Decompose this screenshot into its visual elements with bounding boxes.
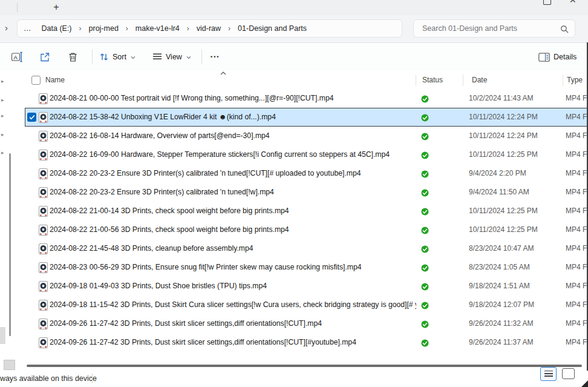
breadcrumb-item-drive[interactable]: Data (E:) xyxy=(42,24,72,33)
mp4-file-icon xyxy=(39,187,48,200)
nav-forward-chevron-icon[interactable]: › xyxy=(5,22,8,33)
breadcrumb-overflow-button[interactable]: … xyxy=(24,24,32,33)
sort-button[interactable]: Sort xyxy=(99,43,136,71)
share-button[interactable] xyxy=(39,43,51,71)
file-row[interactable]: 2024-08-23 00-56-29 3D Prints, Ensure sn… xyxy=(25,258,588,277)
new-tab-button[interactable]: + xyxy=(51,1,62,14)
tree-expand-icon[interactable]: ▸ xyxy=(1,113,4,119)
column-header-status[interactable]: Status xyxy=(422,76,443,84)
search-input[interactable] xyxy=(414,20,575,37)
column-separator[interactable] xyxy=(463,74,463,86)
more-options-button[interactable]: ••• xyxy=(211,43,220,71)
breadcrumb-item-make-v1e-lr4[interactable]: make-v1e-lr4 xyxy=(136,24,180,33)
breadcrumb-item-current-folder[interactable]: 01-Design and Parts xyxy=(238,24,307,33)
file-name: 2024-08-21 00-00-00 Test portrait vid [!… xyxy=(50,89,334,108)
file-type: MP4 File xyxy=(566,296,588,314)
file-date: 9/18/2024 1:51 AM xyxy=(469,277,530,296)
tree-expand-icon[interactable]: ▸ xyxy=(1,78,4,84)
file-name: 2024-08-22 15-38-42 Unboxing V1E LowRide… xyxy=(50,108,276,127)
file-type: MP4 File xyxy=(566,314,588,333)
sort-ascending-icon xyxy=(220,71,226,75)
horizontal-scrollbar[interactable] xyxy=(27,365,582,367)
chevron-down-icon xyxy=(131,56,136,59)
window-resize-corner[interactable] xyxy=(581,380,588,387)
file-row[interactable]: 2024-08-21 00-00-00 Test portrait vid [!… xyxy=(25,89,588,108)
row-checkbox[interactable] xyxy=(27,113,36,122)
file-row[interactable]: 2024-08-22 20-23-2 Ensure 3D Printer(s) … xyxy=(25,164,588,183)
delete-button[interactable] xyxy=(68,43,78,71)
maximize-button[interactable] xyxy=(543,0,551,5)
rename-icon: A xyxy=(11,51,24,63)
file-row[interactable]: 2024-09-18 01-49-03 3D Prints, Dust Shoe… xyxy=(25,277,588,296)
status-synced-icon xyxy=(421,207,429,218)
toolbar-separator xyxy=(92,50,93,64)
trash-icon xyxy=(68,51,78,62)
file-name: 2024-09-18 01-49-03 3D Prints, Dust Shoe… xyxy=(50,277,267,296)
file-type: MP4 File xyxy=(566,127,588,145)
status-synced-icon xyxy=(421,188,429,199)
file-date: 8/23/2024 1:05 AM xyxy=(469,258,530,277)
column-header-type[interactable]: Type xyxy=(567,76,583,84)
file-date: 10/11/2024 12:25 PM xyxy=(469,145,538,164)
file-row[interactable]: 2024-08-22 21-45-48 3D Prints, cleanup b… xyxy=(25,239,588,258)
status-synced-icon xyxy=(421,263,429,274)
status-synced-icon xyxy=(421,339,429,349)
column-header-name[interactable]: Name xyxy=(45,76,65,84)
tree-expand-icon[interactable]: ▸ xyxy=(1,150,4,156)
file-type: MP4 File xyxy=(566,202,588,220)
tree-expand-icon[interactable]: ▸ xyxy=(1,97,4,103)
breadcrumb-item-vid-raw[interactable]: vid-raw xyxy=(197,24,221,33)
file-date: 9/26/2024 11:32 AM xyxy=(469,314,534,333)
file-row[interactable]: 2024-08-22 20-23-2 Ensure 3D Printer(s) … xyxy=(25,183,588,202)
file-type: MP4 File xyxy=(566,239,588,258)
mp4-file-icon xyxy=(39,262,48,276)
file-date: 9/18/2024 12:07 PM xyxy=(469,296,534,314)
sort-arrows-icon xyxy=(99,52,109,62)
file-list: 2024-08-21 00-00-00 Test portrait vid [!… xyxy=(0,89,588,352)
file-date: 9/4/2024 2:20 PM xyxy=(469,164,526,183)
file-type: MP4 File xyxy=(566,258,588,277)
details-view-toggle[interactable] xyxy=(540,367,557,381)
file-row[interactable]: 2024-09-18 11-15-42 3D Prints, Dust Skir… xyxy=(25,296,588,314)
column-separator[interactable] xyxy=(563,74,563,86)
file-type: MP4 File xyxy=(566,164,588,183)
status-synced-icon xyxy=(421,301,429,312)
file-name: 2024-08-22 16-09-00 Hardware, Stepper Te… xyxy=(50,145,390,164)
search-icon[interactable] xyxy=(560,25,569,36)
file-row[interactable]: 2024-09-26 11-27-42 3D Prints, Dust skir… xyxy=(25,314,588,333)
file-date: 10/2/2024 11:43 AM xyxy=(469,89,534,108)
file-row[interactable]: 2024-08-22 16-09-00 Hardware, Stepper Te… xyxy=(25,145,588,164)
status-synced-icon xyxy=(421,226,429,237)
details-pane-button[interactable]: Details xyxy=(538,43,577,71)
file-row[interactable]: 2024-08-22 16-08-14 Hardware, Overview o… xyxy=(25,127,588,145)
file-row[interactable]: 2024-08-22 21-00-56 3D Prints, check spo… xyxy=(25,220,588,239)
view-label: View xyxy=(166,53,182,61)
tree-expand-icon[interactable]: ▸ xyxy=(1,131,4,137)
mp4-file-icon xyxy=(39,243,48,257)
nav-scrollbar[interactable] xyxy=(9,153,11,336)
nav-scrollbar-thumb[interactable] xyxy=(0,327,5,344)
status-synced-icon xyxy=(421,245,429,256)
file-row[interactable]: 2024-09-26 11-27-42 3D Prints, Dust skir… xyxy=(25,333,588,352)
file-row[interactable]: 2024-08-22 21-00-14 3D Prints, check spo… xyxy=(25,202,588,220)
file-type: MP4 File xyxy=(566,108,588,127)
tab-bar: + ✕ xyxy=(0,0,588,15)
file-row[interactable]: 2024-08-22 15-38-42 Unboxing V1E LowRide… xyxy=(25,108,588,127)
thumbnail-view-toggle[interactable] xyxy=(562,368,575,379)
file-name: 2024-08-22 21-45-48 3D Prints, cleanup b… xyxy=(50,239,253,258)
details-view-icon xyxy=(544,371,553,378)
view-button[interactable]: View xyxy=(152,43,191,71)
column-header-date[interactable]: Date xyxy=(472,76,487,84)
mp4-file-icon xyxy=(39,300,48,313)
breadcrumb-item-proj-med[interactable]: proj-med xyxy=(89,24,119,33)
mp4-file-icon xyxy=(39,319,48,332)
select-all-checkbox[interactable] xyxy=(31,76,41,85)
file-type: MP4 File xyxy=(566,220,588,239)
file-name: 2024-08-22 21-00-14 3D Prints, check spo… xyxy=(50,202,289,220)
file-name: 2024-09-26 11-27-42 3D Prints, Dust skir… xyxy=(50,333,356,352)
close-button[interactable]: ✕ xyxy=(569,0,577,5)
column-header-row: Name Status Date Type xyxy=(0,71,588,89)
column-separator[interactable] xyxy=(416,74,416,86)
status-synced-icon xyxy=(421,94,429,105)
rename-button[interactable]: A xyxy=(11,43,24,71)
